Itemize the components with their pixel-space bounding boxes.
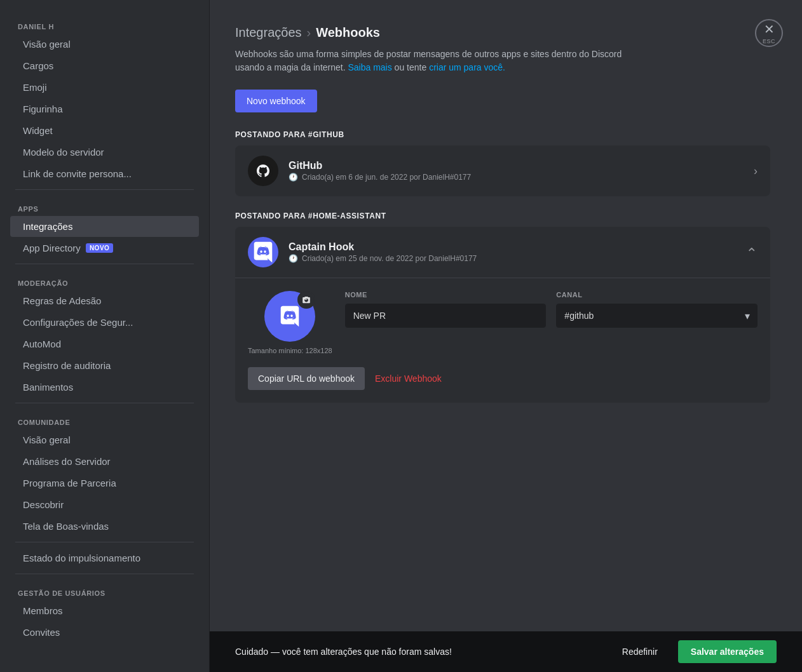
save-button[interactable]: Salvar alterações <box>678 640 777 663</box>
avatar-upload-area: Tamanho mínimo: 128x128 <box>248 291 332 354</box>
reset-button[interactable]: Redefinir <box>612 642 668 662</box>
sidebar-item-modelo-servidor[interactable]: Modelo do servidor <box>10 142 199 163</box>
sidebar-item-membros[interactable]: Membros <box>10 600 199 621</box>
webhook-form-inner: Tamanho mínimo: 128x128 NOME CANAL #gith… <box>248 278 758 354</box>
sidebar-item-banimentos[interactable]: Banimentos <box>10 377 199 398</box>
sidebar-item-integracoes[interactable]: Integrações <box>10 216 199 237</box>
channel-select-wrapper: #github <box>556 304 758 328</box>
webhook-card-github: GitHub 🕐 Criado(a) em 6 de jun. de 2022 … <box>235 145 770 196</box>
github-webhook-name: GitHub <box>289 160 754 171</box>
section-apps: APPS <box>5 195 204 215</box>
divider-1 <box>15 189 194 190</box>
captain-hook-avatar <box>248 237 278 267</box>
section-comunidade: COMUNIDADE <box>5 408 204 429</box>
webhook-card-github-header[interactable]: GitHub 🕐 Criado(a) em 6 de jun. de 2022 … <box>235 145 770 196</box>
sidebar-item-automod[interactable]: AutoMod <box>10 333 199 354</box>
sidebar-item-visao-geral-2[interactable]: Visão geral <box>10 429 199 450</box>
save-bar-message: Cuidado — você tem alterações que não fo… <box>235 647 602 657</box>
captain-hook-webhook-name: Captain Hook <box>289 241 746 253</box>
sidebar-item-registro-auditoria[interactable]: Registro de auditoria <box>10 355 199 376</box>
github-webhook-meta: 🕐 Criado(a) em 6 de jun. de 2022 por Dan… <box>289 173 754 182</box>
avatar-upload-button[interactable] <box>264 291 315 342</box>
section-label-github: POSTANDO PARA #GITHUB <box>235 130 770 139</box>
name-field-label: NOME <box>345 291 547 299</box>
main-content: ✕ ESC Integrações › Webhooks Webhooks sã… <box>210 0 802 672</box>
sidebar: DANIEL H Visão geral Cargos Emoji Figuri… <box>0 0 210 672</box>
section-label-home-assistant: POSTANDO PARA #HOME-ASSISTANT <box>235 212 770 220</box>
delete-webhook-button[interactable]: Excluir Webhook <box>372 367 444 390</box>
github-webhook-info: GitHub 🕐 Criado(a) em 6 de jun. de 2022 … <box>289 160 754 182</box>
divider-2 <box>15 264 194 264</box>
captain-hook-webhook-info: Captain Hook 🕐 Criado(a) em 25 de nov. d… <box>289 241 746 263</box>
breadcrumb: Integrações › Webhooks <box>235 25 770 40</box>
breadcrumb-current: Webhooks <box>316 25 380 40</box>
form-group-name: NOME <box>345 291 547 354</box>
sidebar-section-no-title: Visão geral Cargos Emoji Figurinha Widge… <box>5 34 204 184</box>
new-webhook-button[interactable]: Novo webhook <box>235 90 317 112</box>
criar-link[interactable]: criar um para você. <box>429 62 505 72</box>
close-button[interactable]: ✕ ESC <box>755 19 783 47</box>
clock-icon-2: 🕐 <box>289 254 298 263</box>
divider-4 <box>15 542 194 542</box>
section-moderacao: MODERAÇÃO <box>5 269 204 290</box>
channel-select[interactable]: #github <box>556 304 758 328</box>
svg-point-0 <box>254 161 273 180</box>
sidebar-item-visao-geral-1[interactable]: Visão geral <box>10 34 199 55</box>
sidebar-item-emoji[interactable]: Emoji <box>10 77 199 98</box>
form-group-channel: CANAL #github <box>556 291 758 354</box>
clock-icon: 🕐 <box>289 173 298 182</box>
sidebar-item-regras-adesao[interactable]: Regras de Adesão <box>10 290 199 311</box>
sidebar-item-app-directory[interactable]: App Directory NOVO <box>10 238 199 259</box>
sidebar-item-estado-impulsionamento[interactable]: Estado do impulsionamento <box>10 548 199 568</box>
avatar-size-hint: Tamanho mínimo: 128x128 <box>248 347 332 354</box>
sidebar-item-convites[interactable]: Convites <box>10 622 199 643</box>
sidebar-item-boas-vindas[interactable]: Tela de Boas-vindas <box>10 516 199 537</box>
webhook-actions: Copiar URL do webhook Excluir Webhook <box>248 367 758 390</box>
webhook-name-input[interactable] <box>345 304 547 328</box>
sidebar-item-parceria[interactable]: Programa de Parceria <box>10 473 199 494</box>
close-icon: ✕ <box>764 22 775 37</box>
sidebar-item-widget[interactable]: Widget <box>10 120 199 141</box>
webhook-card-captain-hook: Captain Hook 🕐 Criado(a) em 25 de nov. d… <box>235 227 770 403</box>
sidebar-item-analises[interactable]: Análises do Servidor <box>10 451 199 472</box>
upload-overlay-icon <box>297 291 315 309</box>
divider-5 <box>15 574 194 574</box>
breadcrumb-separator: › <box>307 25 311 40</box>
divider-3 <box>15 403 194 403</box>
sidebar-item-figurinha[interactable]: Figurinha <box>10 98 199 119</box>
github-avatar <box>248 156 278 186</box>
github-chevron-right-icon: › <box>754 165 758 178</box>
section-gestao: GESTÃO DE USUÁRIOS <box>5 579 204 600</box>
description: Webhooks são uma forma simples de postar… <box>235 48 642 74</box>
server-name: DANIEL H <box>5 13 204 33</box>
captain-hook-chevron-down-icon: ⌄ <box>746 244 758 260</box>
breadcrumb-parent: Integrações <box>235 25 302 40</box>
sidebar-item-cargos[interactable]: Cargos <box>10 55 199 76</box>
saiba-mais-link[interactable]: Saiba mais <box>348 62 391 72</box>
captain-hook-webhook-meta: 🕐 Criado(a) em 25 de nov. de 2022 por Da… <box>289 254 746 263</box>
sidebar-item-link-convite[interactable]: Link de convite persona... <box>10 163 199 184</box>
webhook-expanded-form: Tamanho mínimo: 128x128 NOME CANAL #gith… <box>235 278 770 403</box>
sidebar-item-config-seguranca[interactable]: Configurações de Segur... <box>10 312 199 333</box>
form-fields: NOME CANAL #github <box>345 291 758 354</box>
copy-url-button[interactable]: Copiar URL do webhook <box>248 367 365 390</box>
badge-novo: NOVO <box>86 243 113 253</box>
channel-field-label: CANAL <box>556 291 758 299</box>
save-bar: Cuidado — você tem alterações que não fo… <box>210 631 802 672</box>
esc-label: ESC <box>763 38 775 44</box>
spacer <box>235 418 770 469</box>
webhook-card-captain-hook-header[interactable]: Captain Hook 🕐 Criado(a) em 25 de nov. d… <box>235 227 770 278</box>
sidebar-item-descobrir[interactable]: Descobrir <box>10 494 199 515</box>
